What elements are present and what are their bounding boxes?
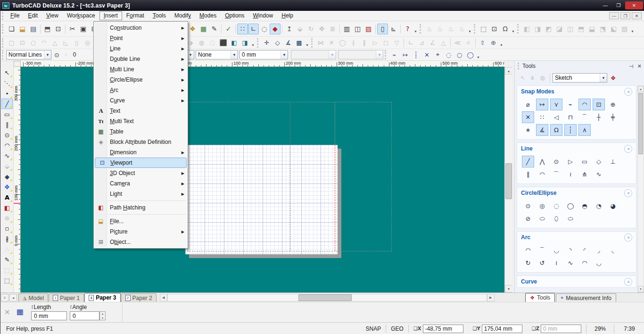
minimize-button[interactable]: — [599, 1, 612, 9]
assemble-angle-button[interactable]: ∡ [283, 38, 294, 48]
pen-state-icon[interactable]: ◦ [62, 50, 70, 60]
toolbar-drag-handle[interactable] [311, 38, 314, 48]
collapse-chevron-icon[interactable]: « [624, 189, 632, 197]
running-snap-ellipse-button[interactable]: ○ [454, 50, 465, 60]
circle-center-point-button[interactable]: ⊙ [522, 200, 534, 212]
collapse-chevron-icon[interactable]: « [624, 278, 632, 286]
insert-menu-item-double-line[interactable]: Double Line▶ [94, 54, 188, 64]
snap-vertical-button[interactable]: ┆ [564, 124, 577, 136]
open-button[interactable]: ⬓ [17, 24, 28, 34]
insert-menu-item-block-attribute-definition[interactable]: ◈Block Attribute Definition [94, 137, 188, 147]
box-3d-button[interactable]: ⬙ [295, 24, 305, 34]
toolbar-overflow-button[interactable]: ▼ [467, 24, 472, 34]
circle-concentric-button[interactable]: ◎ [536, 200, 548, 212]
view-cube-right-button[interactable]: ◪ [554, 24, 565, 34]
view-cube-left-button[interactable]: ◩ [543, 24, 554, 34]
circle-tangent-arc-button[interactable]: ◔ [593, 200, 605, 212]
menu-format[interactable]: Format [122, 11, 149, 20]
select-box-tool[interactable]: ⬚ [1, 275, 13, 285]
toolbar-drag-handle[interactable] [2, 38, 4, 48]
t-meet-button[interactable]: ⊿ [416, 38, 427, 48]
trim-button[interactable]: ⋈ [315, 38, 326, 48]
boolean-union-button[interactable]: ⬛ [218, 38, 229, 48]
box-3d-tool[interactable]: ⬙ [1, 161, 13, 171]
arc-tangent-from-point-button[interactable]: ≀ [550, 257, 562, 269]
mdi-minimize-button[interactable]: — [609, 12, 619, 19]
toolbar-drag-handle[interactable] [2, 50, 4, 59]
material-button[interactable]: ▩ [294, 38, 305, 48]
render-wireframe-button[interactable]: ♨ [424, 24, 435, 34]
snap-arc-center-button[interactable]: ◠ [578, 99, 591, 110]
assemble-move-button[interactable]: ✛ [261, 38, 272, 48]
view-cube-iso-se-button[interactable]: ⬕ [608, 24, 619, 34]
snap-face-button[interactable]: ⊓ [564, 111, 577, 123]
explode-grid-button[interactable]: ⌗ [463, 38, 474, 48]
line-pattern-combo[interactable]: None▼ [196, 50, 238, 59]
node-edit-tool[interactable]: ⋱ [1, 78, 13, 88]
snap-coordinate-button[interactable]: ↦ [536, 99, 548, 110]
line-multiline-button[interactable]: ⋔ [578, 168, 591, 180]
pan-button[interactable]: ✥ [316, 24, 327, 34]
running-snap-vertical-button[interactable]: ┆ [411, 50, 421, 60]
panel-node-select-icon[interactable]: ⋔ [528, 73, 537, 83]
toolbar-overflow-button[interactable]: ▼ [476, 50, 481, 60]
toolbar-drag-handle[interactable] [385, 50, 387, 59]
cut-button[interactable]: ✂ [67, 24, 78, 34]
sketch-style-combo[interactable]: Sketch▼ [553, 73, 607, 83]
snap-solid-button[interactable]: ⊡ [593, 99, 605, 110]
snap-grid-button[interactable]: ∷ [536, 111, 548, 123]
maximize-button[interactable]: ❐ [612, 1, 625, 9]
line-single-button[interactable]: ╱ [522, 156, 534, 167]
geo-indicator[interactable]: GEO [386, 323, 408, 334]
line-parallel-button[interactable]: ∥ [522, 168, 534, 180]
running-snap-center-button[interactable]: ⌖ [432, 50, 443, 60]
toolbar-overflow-button[interactable]: ▼ [511, 24, 516, 34]
axes-button[interactable]: ⊾ [388, 24, 399, 34]
cylinder-button[interactable]: ▯ [71, 38, 82, 48]
menu-workspace[interactable]: Workspace [63, 11, 99, 20]
help-button[interactable]: ? [402, 24, 413, 34]
ortho-toggle-button[interactable]: ∟ [248, 24, 259, 34]
menu-tools[interactable]: Tools [149, 11, 170, 20]
insert-menu-item-line[interactable]: Line▶ [94, 43, 188, 54]
expand-button[interactable]: ◻ [380, 38, 391, 48]
insert-menu-item-text[interactable]: AText [94, 106, 188, 116]
insert-menu-item-file[interactable]: ⬓File... [94, 216, 188, 226]
toolbar-overflow-button[interactable]: ▼ [499, 38, 504, 48]
dimension-tool[interactable]: ▫ [1, 223, 13, 234]
layers-button[interactable]: ≣ [327, 24, 338, 34]
lock-field-icon[interactable]: ſ [70, 304, 71, 310]
extract-button[interactable]: ⇧ [477, 38, 488, 48]
insert-picture-button[interactable]: ▦ [198, 24, 209, 34]
sheet-tab-model[interactable]: ◮Model [18, 293, 48, 302]
spray-tool[interactable]: ∴ [1, 244, 13, 254]
collapse-chevron-icon[interactable]: « [624, 234, 632, 242]
insert-menu-item-3d-object[interactable]: 3D Object▶ [94, 168, 188, 178]
line-tangent-to-arc-button[interactable]: ◠ [536, 168, 548, 180]
snap-star-button[interactable]: ∗ [522, 124, 534, 136]
view-cube-top-button[interactable]: ◫ [565, 24, 576, 34]
circle-from-entity-button[interactable]: ⊘ [522, 213, 534, 225]
chamfer-button[interactable]: ∤ [348, 38, 359, 48]
menu-modes[interactable]: Modes [195, 11, 221, 20]
torus-button[interactable]: ◎ [82, 38, 93, 48]
view-cube-iso-ne-button[interactable]: ⬓ [586, 24, 597, 34]
circle-triple-point-button[interactable]: ◯ [564, 200, 577, 212]
sphere-button[interactable]: ○ [28, 38, 39, 48]
panel-select-icon[interactable]: ↖ [518, 73, 528, 83]
copy-button[interactable]: ▣ [78, 24, 89, 34]
mdi-restore-button[interactable]: ❐ [620, 12, 630, 19]
snap-apex-button[interactable]: ∧ [578, 124, 591, 136]
toolbar-drag-handle[interactable] [2, 24, 4, 33]
render-draft-button[interactable]: ♨ [446, 24, 456, 34]
running-snap-circle-button[interactable]: ◌ [443, 50, 454, 60]
menu-modify[interactable]: Modify [170, 11, 195, 20]
shrink-button[interactable]: ▷ [370, 38, 380, 48]
print-button[interactable]: ⬒ [42, 24, 53, 34]
part-tree-button[interactable]: ⊕ [488, 38, 499, 48]
line-tangent-from-point-button[interactable]: ⌒ [550, 168, 562, 180]
insert-menu-item-path-hatching[interactable]: ◧Path Hatching [94, 202, 188, 213]
arc-tangent-button[interactable]: ◜ [578, 244, 591, 256]
hatch-tool[interactable]: ◧ [1, 202, 13, 213]
ellipse-button[interactable]: ⬭ [536, 213, 548, 225]
